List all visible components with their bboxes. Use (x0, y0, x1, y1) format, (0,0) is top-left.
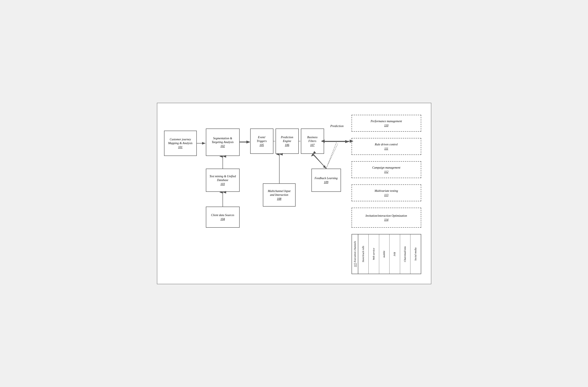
box-113: Multivariate testing 113 (352, 184, 421, 201)
svg-line-22 (313, 154, 326, 168)
svg-line-8 (314, 154, 326, 169)
channel-social: Social media (410, 234, 421, 274)
box-111-label: Rule driven control (375, 143, 398, 147)
box-108-label: Multichannel Input and Interaction (265, 189, 293, 197)
exec-label-area: Execution channels 115 (352, 234, 358, 274)
box-104-label: Client data Sources (211, 213, 234, 217)
box-114-num: 114 (384, 218, 388, 222)
box-107-label: Business Filters (303, 136, 322, 143)
box-101-label: Customer journey Mapping & Analysis (167, 138, 194, 145)
box-109-num: 109 (324, 181, 328, 184)
box-103-num: 103 (220, 183, 225, 186)
box-104: Client data Sources 104 (206, 206, 240, 228)
svg-line-26 (326, 144, 338, 168)
channel-chat: Chat/email/sms (400, 234, 410, 274)
prediction-label: Prediction (330, 124, 344, 128)
exec-channels-label: Execution channels (353, 241, 357, 262)
box-102: Segmentation & Targeting Analysis 102 (206, 128, 240, 156)
channel-ivr: IVR (389, 234, 400, 274)
box-107-num: 107 (310, 143, 315, 147)
box-103: Text mining & Unified Database 103 (206, 169, 240, 192)
box-113-num: 113 (384, 194, 388, 197)
execution-channels-container: Execution channels 115 Store/truck rolls… (352, 234, 421, 274)
exec-channels-num: 115 (353, 263, 357, 267)
diagram-container: Customer journey Mapping & Analysis 101 … (157, 103, 431, 284)
channel-store-label: Store/truck rolls (362, 246, 365, 262)
box-106-num: 106 (285, 143, 289, 147)
box-111-num: 111 (384, 147, 388, 150)
box-103-label: Text mining & Unified Database (208, 175, 237, 182)
svg-line-13 (326, 142, 337, 169)
box-101-num: 101 (178, 146, 183, 149)
channel-chat-label: Chat/email/sms (403, 246, 407, 262)
box-109: Feedback Learning 109 (312, 169, 341, 192)
box-112: Campaign management 112 (352, 161, 421, 178)
channel-web-label: Web service (372, 248, 375, 260)
box-111: Rule driven control 111 (352, 138, 421, 155)
box-105: Event/ Triggers 105 (250, 128, 273, 154)
box-114-label: Invitation/interaction Optimization (365, 214, 407, 218)
svg-marker-10 (345, 140, 349, 143)
box-109-label: Feedback Learning (315, 176, 337, 180)
box-112-num: 112 (384, 170, 388, 174)
channel-mobile-label: mobile (382, 251, 386, 258)
channel-mobile: mobile (379, 234, 390, 274)
box-110-label: Performance management (371, 119, 402, 123)
box-105-num: 105 (259, 143, 264, 147)
box-110-num: 110 (384, 124, 388, 127)
channel-web: Web service (368, 234, 379, 274)
box-110: Performance management 110 (352, 115, 421, 132)
channel-ivr-label: IVR (393, 252, 396, 256)
channel-social-label: Social media (414, 247, 417, 261)
box-105-label: Event/ Triggers (253, 136, 271, 143)
box-108-num: 108 (277, 197, 281, 201)
box-106: Prediction Engine 106 (275, 128, 299, 154)
box-102-label: Segmentation & Targeting Analysis (208, 137, 237, 144)
svg-line-12 (313, 154, 326, 169)
box-101: Customer journey Mapping & Analysis 101 (164, 131, 197, 156)
channel-store: Store/truck rolls (358, 234, 369, 274)
box-104-num: 104 (220, 218, 225, 221)
exec-channels-grid: Store/truck rolls Web service mobile IVR… (358, 234, 421, 274)
box-112-label: Campaign management (372, 166, 400, 170)
box-107: Business Filters 107 (301, 128, 324, 154)
box-113-label: Multivariate testing (375, 189, 398, 193)
box-114: Invitation/interaction Optimization 114 (352, 208, 421, 228)
box-102-num: 102 (220, 144, 225, 148)
box-108: Multichannel Input and Interaction 108 (263, 183, 295, 206)
box-106-label: Prediction Engine (278, 136, 296, 143)
